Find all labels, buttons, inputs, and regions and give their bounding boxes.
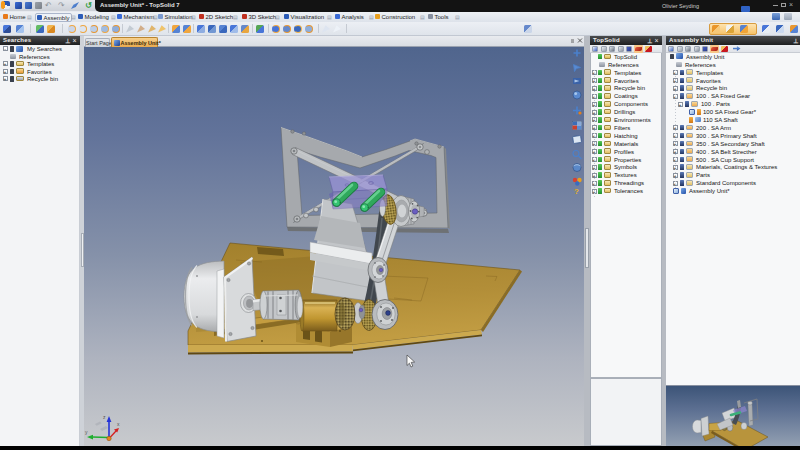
svg-text:?: ? (574, 187, 579, 196)
svg-text:x: x (117, 421, 120, 427)
svg-text:y: y (85, 429, 88, 435)
svg-text:z: z (103, 414, 106, 420)
